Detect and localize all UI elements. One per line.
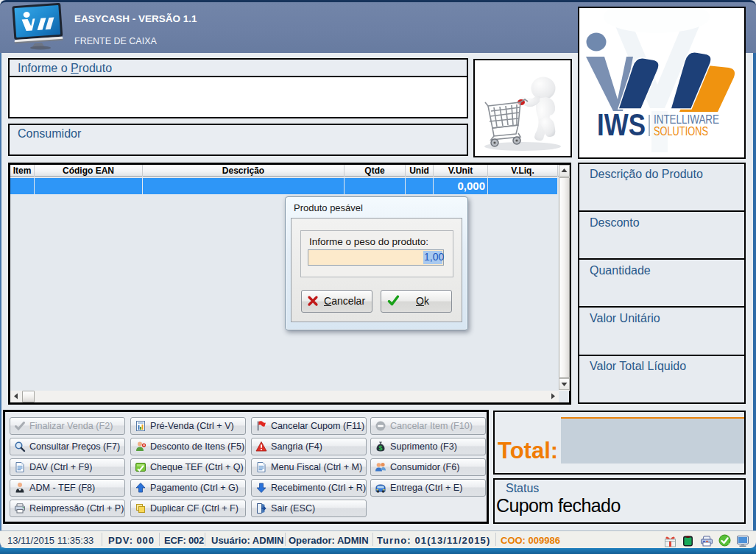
svg-text:IWS: IWS <box>597 107 646 142</box>
svg-text:SOLUTIONS: SOLUTIONS <box>654 124 708 138</box>
svg-text:$: $ <box>378 444 382 452</box>
